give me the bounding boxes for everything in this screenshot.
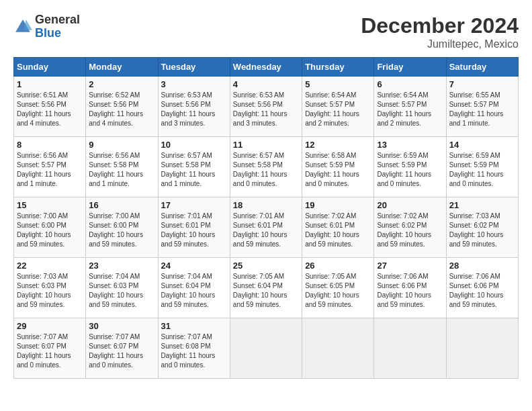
day-info: Sunrise: 6:57 AM Sunset: 5:58 PM Dayligh… [233,151,299,189]
table-row: 6 Sunrise: 6:54 AM Sunset: 5:57 PM Dayli… [374,77,446,137]
table-row: 22 Sunrise: 7:03 AM Sunset: 6:03 PM Dayl… [14,258,86,318]
table-row: 28 Sunrise: 7:06 AM Sunset: 6:06 PM Dayl… [446,258,518,318]
logo: General Blue [13,13,80,40]
table-row: 4 Sunrise: 6:53 AM Sunset: 5:56 PM Dayli… [230,77,302,137]
page-header: General Blue December 2024 Jumiltepec, M… [13,13,519,50]
day-info: Sunrise: 7:02 AM Sunset: 6:01 PM Dayligh… [305,212,371,249]
day-number: 23 [89,261,154,271]
day-info: Sunrise: 6:52 AM Sunset: 5:56 PM Dayligh… [89,91,154,128]
table-row: 9 Sunrise: 6:56 AM Sunset: 5:58 PM Dayli… [86,137,158,197]
day-info: Sunrise: 7:04 AM Sunset: 6:03 PM Dayligh… [89,272,154,310]
table-row: 24 Sunrise: 7:04 AM Sunset: 6:04 PM Dayl… [158,258,230,318]
day-number: 2 [89,79,154,89]
day-number: 8 [17,140,83,150]
table-row: 10 Sunrise: 6:57 AM Sunset: 5:58 PM Dayl… [158,137,230,197]
day-info: Sunrise: 7:07 AM Sunset: 6:07 PM Dayligh… [89,332,154,370]
table-row: 12 Sunrise: 6:58 AM Sunset: 5:59 PM Dayl… [302,137,374,197]
header-friday: Friday [374,58,446,77]
day-info: Sunrise: 7:02 AM Sunset: 6:02 PM Dayligh… [377,212,443,249]
table-row: 21 Sunrise: 7:03 AM Sunset: 6:02 PM Dayl… [446,197,518,258]
day-info: Sunrise: 7:07 AM Sunset: 6:08 PM Dayligh… [161,332,227,370]
day-info: Sunrise: 6:53 AM Sunset: 5:56 PM Dayligh… [233,91,299,128]
day-number: 20 [377,200,443,210]
day-number: 1 [17,79,83,89]
table-row: 17 Sunrise: 7:01 AM Sunset: 6:01 PM Dayl… [158,197,230,258]
day-number: 24 [161,261,227,271]
day-info: Sunrise: 6:57 AM Sunset: 5:58 PM Dayligh… [161,151,227,189]
header-saturday: Saturday [446,58,518,77]
day-number: 30 [89,321,154,331]
day-info: Sunrise: 7:05 AM Sunset: 6:04 PM Dayligh… [233,272,299,310]
day-number: 27 [377,261,443,271]
day-info: Sunrise: 6:59 AM Sunset: 5:59 PM Dayligh… [449,151,515,189]
page-title: December 2024 [361,13,519,38]
day-number: 18 [233,200,299,210]
logo-text: General Blue [35,13,80,40]
day-number: 5 [305,79,371,89]
day-number: 19 [305,200,371,210]
day-number: 29 [17,321,83,331]
table-row: 15 Sunrise: 7:00 AM Sunset: 6:00 PM Dayl… [14,197,86,258]
table-row [446,318,518,379]
day-info: Sunrise: 7:00 AM Sunset: 6:00 PM Dayligh… [17,212,83,249]
calendar-body: 1 Sunrise: 6:51 AM Sunset: 5:56 PM Dayli… [14,77,519,379]
table-row: 31 Sunrise: 7:07 AM Sunset: 6:08 PM Dayl… [158,318,230,379]
day-info: Sunrise: 7:04 AM Sunset: 6:04 PM Dayligh… [161,272,227,310]
day-info: Sunrise: 6:54 AM Sunset: 5:57 PM Dayligh… [305,91,371,128]
day-info: Sunrise: 7:06 AM Sunset: 6:06 PM Dayligh… [377,272,443,310]
day-number: 7 [449,79,515,89]
table-row: 16 Sunrise: 7:00 AM Sunset: 6:00 PM Dayl… [86,197,158,258]
day-number: 14 [449,140,515,150]
table-row: 23 Sunrise: 7:04 AM Sunset: 6:03 PM Dayl… [86,258,158,318]
day-info: Sunrise: 6:51 AM Sunset: 5:56 PM Dayligh… [17,91,83,128]
table-row: 20 Sunrise: 7:02 AM Sunset: 6:02 PM Dayl… [374,197,446,258]
table-row: 19 Sunrise: 7:02 AM Sunset: 6:01 PM Dayl… [302,197,374,258]
title-block: December 2024 Jumiltepec, Mexico [361,13,519,50]
calendar-row: 22 Sunrise: 7:03 AM Sunset: 6:03 PM Dayl… [14,258,519,318]
table-row: 25 Sunrise: 7:05 AM Sunset: 6:04 PM Dayl… [230,258,302,318]
header-thursday: Thursday [302,58,374,77]
day-number: 22 [17,261,83,271]
header-monday: Monday [86,58,158,77]
day-number: 26 [305,261,371,271]
day-number: 9 [89,140,154,150]
table-row: 7 Sunrise: 6:55 AM Sunset: 5:57 PM Dayli… [446,77,518,137]
day-number: 13 [377,140,443,150]
day-info: Sunrise: 7:03 AM Sunset: 6:03 PM Dayligh… [17,272,83,310]
day-info: Sunrise: 7:06 AM Sunset: 6:06 PM Dayligh… [449,272,515,310]
calendar-table: Sunday Monday Tuesday Wednesday Thursday… [13,57,519,379]
table-row: 1 Sunrise: 6:51 AM Sunset: 5:56 PM Dayli… [14,77,86,137]
table-row: 14 Sunrise: 6:59 AM Sunset: 5:59 PM Dayl… [446,137,518,197]
calendar-row: 8 Sunrise: 6:56 AM Sunset: 5:57 PM Dayli… [14,137,519,197]
header-tuesday: Tuesday [158,58,230,77]
table-row: 3 Sunrise: 6:53 AM Sunset: 5:56 PM Dayli… [158,77,230,137]
day-info: Sunrise: 6:53 AM Sunset: 5:56 PM Dayligh… [161,91,227,128]
day-number: 15 [17,200,83,210]
header-row: Sunday Monday Tuesday Wednesday Thursday… [14,58,519,77]
table-row: 30 Sunrise: 7:07 AM Sunset: 6:07 PM Dayl… [86,318,158,379]
calendar-header: Sunday Monday Tuesday Wednesday Thursday… [14,58,519,77]
day-info: Sunrise: 7:03 AM Sunset: 6:02 PM Dayligh… [449,212,515,249]
day-number: 11 [233,140,299,150]
table-row: 29 Sunrise: 7:07 AM Sunset: 6:07 PM Dayl… [14,318,86,379]
day-info: Sunrise: 6:59 AM Sunset: 5:59 PM Dayligh… [377,151,443,189]
table-row: 26 Sunrise: 7:05 AM Sunset: 6:05 PM Dayl… [302,258,374,318]
day-info: Sunrise: 6:54 AM Sunset: 5:57 PM Dayligh… [377,91,443,128]
day-number: 10 [161,140,227,150]
day-info: Sunrise: 6:56 AM Sunset: 5:58 PM Dayligh… [89,151,154,189]
table-row: 18 Sunrise: 7:01 AM Sunset: 6:01 PM Dayl… [230,197,302,258]
calendar-row: 29 Sunrise: 7:07 AM Sunset: 6:07 PM Dayl… [14,318,519,379]
day-number: 31 [161,321,227,331]
day-info: Sunrise: 7:01 AM Sunset: 6:01 PM Dayligh… [161,212,227,249]
table-row [302,318,374,379]
calendar-row: 1 Sunrise: 6:51 AM Sunset: 5:56 PM Dayli… [14,77,519,137]
logo-line1: General [35,13,80,27]
table-row [374,318,446,379]
day-info: Sunrise: 6:55 AM Sunset: 5:57 PM Dayligh… [449,91,515,128]
day-number: 25 [233,261,299,271]
day-info: Sunrise: 7:07 AM Sunset: 6:07 PM Dayligh… [17,332,83,370]
table-row: 8 Sunrise: 6:56 AM Sunset: 5:57 PM Dayli… [14,137,86,197]
table-row [230,318,302,379]
table-row: 13 Sunrise: 6:59 AM Sunset: 5:59 PM Dayl… [374,137,446,197]
page-subtitle: Jumiltepec, Mexico [361,38,519,50]
